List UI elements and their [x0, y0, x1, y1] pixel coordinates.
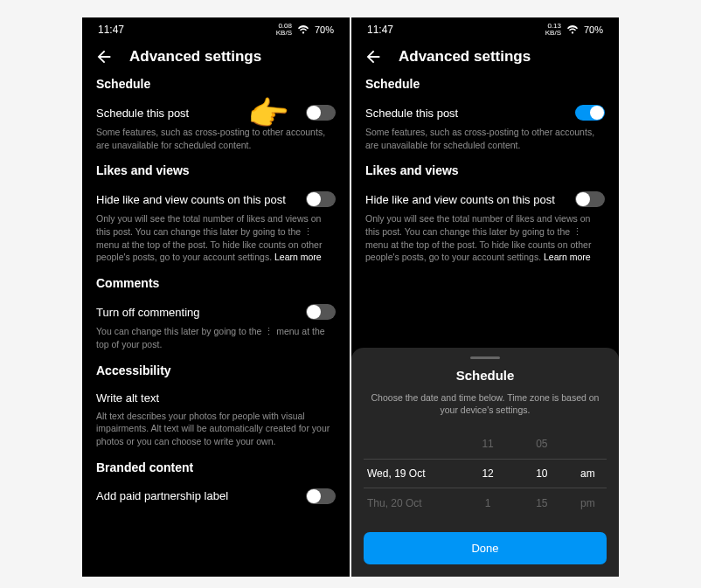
sheet-desc: Choose the date and time below. Time zon…	[364, 391, 607, 417]
toggle-hide-likes[interactable]	[306, 191, 336, 207]
wifi-icon	[566, 25, 579, 34]
phone-right: 11:47 0.13KB/S 70% Advanced settings Sch…	[351, 17, 619, 577]
section-accessibility: Accessibility	[96, 363, 336, 377]
desc-comments: You can change this later by going to th…	[96, 325, 336, 350]
status-battery: 70%	[315, 24, 334, 35]
desc-likes: Only you will see the total number of li…	[365, 212, 605, 264]
status-time: 11:47	[367, 24, 393, 36]
toggle-commenting[interactable]	[306, 304, 336, 320]
picker-ampm-selected: am	[569, 459, 607, 488]
status-time: 11:47	[98, 24, 124, 36]
row-hide-likes[interactable]: Hide like and view counts on this post	[96, 184, 336, 212]
done-button[interactable]: Done	[364, 532, 607, 564]
row-hide-likes[interactable]: Hide like and view counts on this post	[365, 184, 605, 212]
wifi-icon	[297, 25, 309, 34]
desc-accessibility: Alt text describes your photos for peopl…	[96, 410, 336, 448]
row-turn-off-commenting[interactable]: Turn off commenting	[96, 297, 336, 325]
section-schedule: Schedule	[96, 77, 336, 91]
section-likes: Likes and views	[96, 163, 336, 177]
desc-schedule: Some features, such as cross-posting to …	[365, 126, 605, 151]
sheet-grab-handle[interactable]	[470, 356, 500, 359]
toggle-schedule[interactable]	[306, 105, 336, 121]
back-icon[interactable]	[94, 47, 114, 66]
picker-hour-selected: 12	[461, 459, 515, 488]
learn-more-link[interactable]: Learn more	[544, 252, 591, 262]
desc-likes: Only you will see the total number of li…	[96, 212, 336, 264]
picker-date-selected: Wed, 19 Oct	[364, 459, 461, 488]
schedule-sheet: Schedule Choose the date and time below.…	[351, 348, 619, 577]
row-schedule-post[interactable]: Schedule this post	[365, 98, 605, 126]
picker-col-date[interactable]: Wed, 19 Oct Thu, 20 Oct	[364, 429, 461, 518]
page-title: Advanced settings	[129, 48, 261, 66]
status-battery: 70%	[584, 24, 603, 35]
row-schedule-post[interactable]: Schedule this post	[96, 98, 336, 126]
section-schedule: Schedule	[365, 77, 605, 91]
status-bar: 11:47 0.13KB/S 70%	[351, 17, 619, 40]
row-paid-partnership[interactable]: Add paid partnership label	[96, 481, 336, 509]
settings-content[interactable]: Schedule Schedule this post Some feature…	[82, 77, 350, 577]
learn-more-link[interactable]: Learn more	[274, 252, 322, 262]
picker-minute-selected: 10	[515, 459, 569, 488]
row-alt-text[interactable]: Write alt text	[96, 384, 336, 410]
back-icon[interactable]	[364, 47, 383, 66]
toggle-schedule[interactable]	[575, 105, 605, 121]
picker-col-minute[interactable]: 05 10 15	[515, 429, 569, 518]
section-branded: Branded content	[96, 460, 336, 474]
phone-left: 11:47 0.08KB/S 70% Advanced settings 👆 S…	[82, 17, 350, 577]
header: Advanced settings	[351, 40, 619, 77]
section-likes: Likes and views	[365, 163, 605, 177]
toggle-paid-partnership[interactable]	[306, 488, 336, 504]
datetime-picker[interactable]: Wed, 19 Oct Thu, 20 Oct 11 12 1 05 10 15…	[364, 429, 607, 518]
header: Advanced settings	[82, 40, 350, 77]
section-comments: Comments	[96, 276, 336, 290]
status-bar: 11:47 0.08KB/S 70%	[82, 17, 350, 40]
sheet-title: Schedule	[364, 368, 607, 383]
status-net: 0.08KB/S	[276, 23, 292, 37]
status-net: 0.13KB/S	[545, 23, 561, 37]
toggle-hide-likes[interactable]	[575, 191, 605, 207]
picker-col-ampm[interactable]: am pm	[569, 429, 607, 518]
page-title: Advanced settings	[399, 48, 531, 66]
picker-col-hour[interactable]: 11 12 1	[461, 429, 515, 518]
desc-schedule: Some features, such as cross-posting to …	[96, 126, 336, 151]
